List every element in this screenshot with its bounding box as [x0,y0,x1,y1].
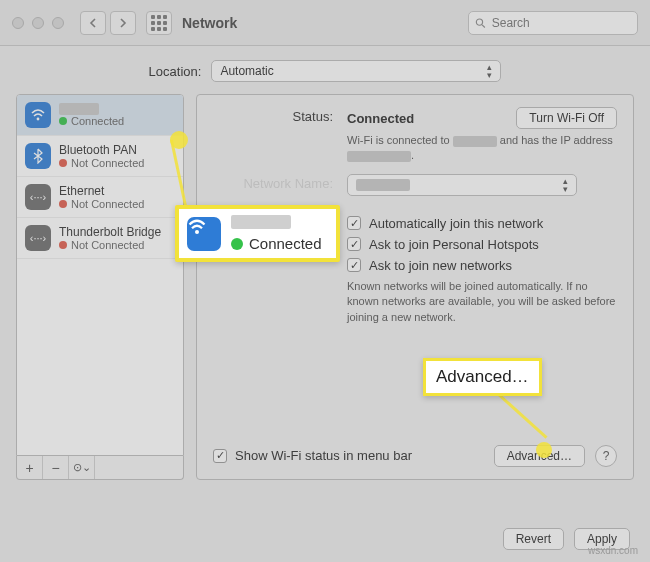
status-note: Wi-Fi is connected to and has the IP add… [347,133,617,164]
ethernet-icon: ‹···› [25,184,51,210]
show-menubar-checkbox[interactable]: ✓Show Wi-Fi status in menu bar [213,448,412,463]
callout-wifi-selected: Connected [175,205,340,262]
known-networks-note: Known networks will be joined automatica… [347,279,617,325]
close-dot[interactable] [12,17,24,29]
annotation-dot [536,442,552,458]
wifi-icon [25,102,51,128]
search-field[interactable] [468,11,638,35]
location-select[interactable]: Automatic ▴▾ [211,60,501,82]
turn-wifi-off-button[interactable]: Turn Wi-Fi Off [516,107,617,129]
remove-interface-button[interactable]: − [43,456,69,479]
status-dot-green [59,117,67,125]
interface-thunderbolt[interactable]: ‹···› Thunderbolt Bridge Not Connected [17,218,183,259]
callout-advanced: Advanced… [423,358,542,396]
show-all-button[interactable] [146,11,172,35]
sidebar-footer: + − ⊙⌄ [16,456,184,480]
status-dot-green [231,238,243,250]
minimize-dot[interactable] [32,17,44,29]
search-icon [475,17,486,29]
updown-icon: ▴▾ [563,177,568,193]
status-dot-red [59,159,67,167]
network-name-select[interactable]: ▴▾ [347,174,577,196]
add-interface-button[interactable]: + [17,456,43,479]
location-label: Location: [149,64,202,79]
interface-bluetooth[interactable]: Bluetooth PAN Not Connected [17,136,183,177]
auto-join-checkbox[interactable]: ✓Automatically join this network [347,216,617,231]
interface-ethernet[interactable]: ‹···› Ethernet Not Connected [17,177,183,218]
svg-point-3 [195,230,199,234]
ask-hotspot-checkbox[interactable]: ✓Ask to join Personal Hotspots [347,237,617,252]
annotation-dot [170,131,188,149]
thunderbolt-icon: ‹···› [25,225,51,251]
window-title: Network [182,15,237,31]
location-value: Automatic [220,64,273,78]
grid-icon [151,15,167,31]
interface-list[interactable]: Connected Bluetooth PAN Not Connected ‹·… [16,94,184,456]
interface-name-hidden [59,103,99,115]
status-value: Connected [347,111,414,126]
status-dot-red [59,241,67,249]
bluetooth-icon [25,143,51,169]
interface-wifi[interactable]: Connected [17,95,183,136]
callout-name-hidden [231,215,291,229]
detail-panel: Status: Connected Turn Wi-Fi Off Wi-Fi i… [196,94,634,480]
status-dot-red [59,200,67,208]
svg-line-1 [482,24,485,27]
watermark: wsxdn.com [588,545,638,556]
window-controls [12,17,64,29]
location-row: Location: Automatic ▴▾ [0,46,650,94]
wifi-icon [187,217,221,251]
status-label: Status: [213,107,333,124]
ask-new-checkbox[interactable]: ✓Ask to join new networks [347,258,617,273]
interface-menu-button[interactable]: ⊙⌄ [69,456,95,479]
interface-name: Thunderbolt Bridge [59,225,161,239]
svg-point-0 [476,18,482,24]
forward-button[interactable] [110,11,136,35]
help-button[interactable]: ? [595,445,617,467]
interface-name: Bluetooth PAN [59,143,144,157]
zoom-dot[interactable] [52,17,64,29]
network-name-label: Network Name: [213,174,333,191]
toolbar: Network [0,0,650,46]
revert-button[interactable]: Revert [503,528,564,550]
svg-point-2 [37,118,40,121]
search-input[interactable] [492,16,631,30]
updown-icon: ▴▾ [487,63,492,79]
interface-name: Ethernet [59,184,144,198]
back-button[interactable] [80,11,106,35]
